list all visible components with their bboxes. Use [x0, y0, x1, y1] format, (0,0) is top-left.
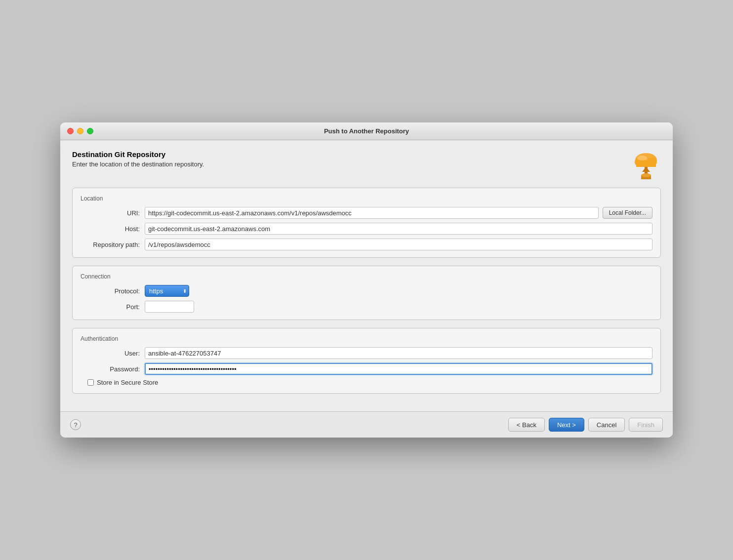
location-section: Location URI: Local Folder... Host: Repo…	[72, 188, 661, 258]
dialog-content: Destination Git Repository Enter the loc…	[60, 140, 673, 411]
protocol-select[interactable]: https ssh git	[145, 285, 189, 297]
password-label: Password:	[81, 365, 145, 373]
secure-store-label[interactable]: Store in Secure Store	[97, 379, 158, 386]
title-bar: Push to Another Repository	[60, 122, 673, 140]
back-button[interactable]: < Back	[508, 418, 545, 432]
repo-path-row: Repository path:	[81, 239, 652, 250]
close-button[interactable]	[67, 128, 74, 134]
host-label: Host:	[81, 225, 145, 233]
authentication-section: Authentication User: Password: Store in …	[72, 328, 661, 394]
finish-button[interactable]: Finish	[629, 418, 663, 432]
svg-rect-3	[636, 161, 656, 167]
section-subtitle: Enter the location of the destination re…	[72, 160, 204, 168]
bottom-left: ?	[70, 419, 81, 430]
host-input[interactable]	[145, 223, 652, 235]
repo-path-label: Repository path:	[81, 241, 145, 248]
next-button[interactable]: Next >	[549, 418, 584, 432]
svg-marker-6	[642, 167, 650, 172]
section-heading: Destination Git Repository	[72, 150, 204, 159]
header-section: Destination Git Repository Enter the loc…	[72, 150, 661, 180]
connection-section: Connection Protocol: https ssh git ⬍ Por…	[72, 266, 661, 320]
minimize-button[interactable]	[77, 128, 83, 134]
password-input[interactable]	[145, 363, 652, 375]
header-text: Destination Git Repository Enter the loc…	[72, 150, 204, 168]
bottom-bar: ? < Back Next > Cancel Finish	[60, 411, 673, 438]
svg-point-9	[641, 173, 651, 177]
uri-row: URI: Local Folder...	[81, 207, 652, 219]
secure-store-checkbox[interactable]	[87, 379, 94, 386]
uri-label: URI:	[81, 209, 145, 217]
cloud-upload-icon	[631, 150, 661, 180]
svg-point-4	[637, 156, 647, 160]
user-input[interactable]	[145, 347, 652, 359]
host-row: Host:	[81, 223, 652, 235]
dialog-window: Push to Another Repository Destination G…	[60, 122, 673, 438]
secure-store-row: Store in Secure Store	[87, 379, 652, 386]
bottom-right: < Back Next > Cancel Finish	[508, 418, 663, 432]
protocol-label: Protocol:	[81, 287, 145, 295]
connection-label: Connection	[81, 273, 652, 280]
local-folder-button[interactable]: Local Folder...	[603, 207, 652, 219]
port-input[interactable]	[145, 301, 194, 313]
traffic-lights	[67, 128, 93, 134]
repo-path-input[interactable]	[145, 239, 652, 250]
maximize-button[interactable]	[87, 128, 93, 134]
authentication-label: Authentication	[81, 335, 652, 342]
password-row: Password:	[81, 363, 652, 375]
window-title: Push to Another Repository	[324, 127, 409, 135]
user-label: User:	[81, 350, 145, 357]
uri-input[interactable]	[145, 207, 599, 219]
location-label: Location	[81, 195, 652, 202]
protocol-row: Protocol: https ssh git ⬍	[81, 285, 652, 297]
port-row: Port:	[81, 301, 652, 313]
help-button[interactable]: ?	[70, 419, 81, 430]
cancel-button[interactable]: Cancel	[588, 418, 625, 432]
port-label: Port:	[81, 303, 145, 311]
user-row: User:	[81, 347, 652, 359]
protocol-select-wrapper: https ssh git ⬍	[145, 285, 189, 297]
